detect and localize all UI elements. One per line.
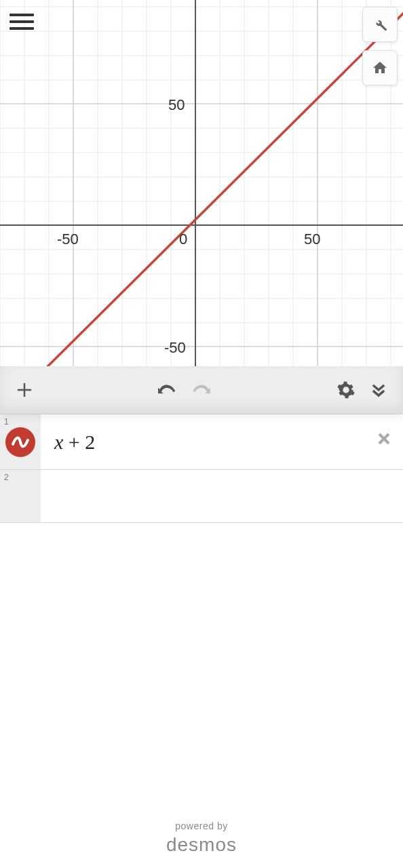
grid-minor <box>0 0 403 366</box>
x-tick-zero: 0 <box>179 231 187 248</box>
redo-button[interactable] <box>185 374 218 406</box>
x-tick-neg50: -50 <box>57 231 79 248</box>
expression-input[interactable] <box>41 470 403 522</box>
gear-icon <box>337 380 356 399</box>
expression-index: 2 <box>4 473 9 482</box>
list-settings-button[interactable] <box>330 374 362 406</box>
graph-settings-button[interactable] <box>362 7 398 42</box>
menu-button[interactable] <box>9 9 34 34</box>
home-icon <box>372 60 388 76</box>
powered-by-label: powered by <box>0 821 403 831</box>
y-tick-neg50: -50 <box>164 339 186 356</box>
wrench-icon <box>372 16 388 33</box>
expression-tab[interactable]: 2 <box>0 470 41 522</box>
axes <box>0 0 403 366</box>
collapse-button[interactable] <box>362 374 395 406</box>
footer: powered by desmos <box>0 821 403 856</box>
home-button[interactable] <box>362 50 398 85</box>
graph-svg: -50 0 50 50 -50 <box>0 0 403 366</box>
undo-button[interactable] <box>153 374 185 406</box>
redo-icon <box>191 382 212 397</box>
x-tick-pos50: 50 <box>304 231 320 248</box>
expression-row[interactable]: 2 <box>0 470 403 523</box>
expression-index: 1 <box>4 417 9 427</box>
chevron-double-down-icon <box>369 380 388 399</box>
plus-icon <box>14 380 35 400</box>
expression-list: 1 x + 2 2 <box>0 414 403 523</box>
grid-major <box>0 0 403 366</box>
wave-icon <box>10 432 31 452</box>
expression-row[interactable]: 1 x + 2 <box>0 414 403 470</box>
expression-color-swatch[interactable] <box>5 427 35 457</box>
brand-logo: desmos <box>0 834 403 856</box>
expression-tab[interactable]: 1 <box>0 414 41 469</box>
svg-line-32 <box>0 9 403 366</box>
y-tick-pos50: 50 <box>168 96 185 113</box>
expression-input[interactable]: x + 2 <box>41 414 403 469</box>
graph-area[interactable]: -50 0 50 50 -50 <box>0 0 403 366</box>
plot-line <box>0 9 403 366</box>
close-icon <box>376 431 392 447</box>
expression-toolbar <box>0 366 403 414</box>
undo-icon <box>158 382 180 397</box>
delete-expression-button[interactable] <box>372 427 396 451</box>
add-expression-button[interactable] <box>8 374 41 406</box>
